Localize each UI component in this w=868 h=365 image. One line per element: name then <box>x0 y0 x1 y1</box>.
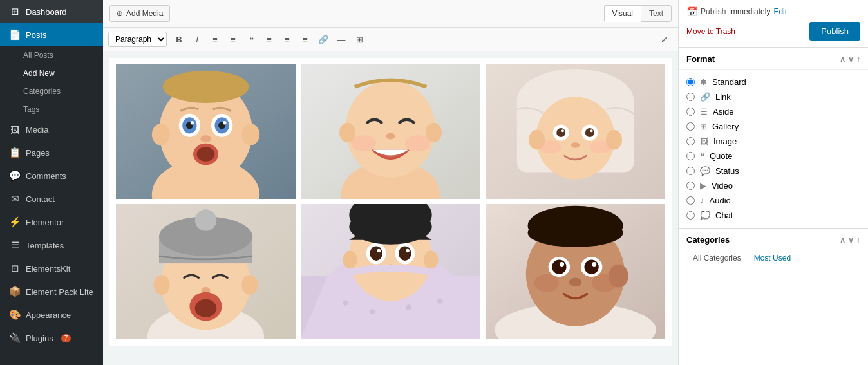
sidebar-item-dashboard[interactable]: ⊞ Dashboard <box>0 0 103 23</box>
publish-edit-link[interactable]: Edit <box>773 7 787 16</box>
svg-point-34 <box>585 128 594 137</box>
format-option-audio[interactable]: ♪ Audio <box>686 193 860 208</box>
svg-point-66 <box>406 249 410 253</box>
format-option-status[interactable]: 💬 Status <box>686 164 860 178</box>
format-radio-aside[interactable] <box>686 108 695 116</box>
format-radio-standard[interactable] <box>686 78 695 86</box>
format-radio-audio[interactable] <box>686 196 695 205</box>
categories-header: Categories ∧ ∨ ↑ <box>679 228 868 250</box>
most-used-tab[interactable]: Most Used <box>748 250 797 268</box>
contact-icon: ✉ <box>9 193 21 205</box>
svg-point-15 <box>197 147 215 161</box>
arrow-up-icon: ↑ <box>856 55 860 64</box>
svg-point-44 <box>241 275 258 295</box>
fullscreen-button[interactable]: ⤢ <box>656 31 673 48</box>
blockquote-button[interactable]: ❝ <box>243 31 259 48</box>
format-collapse-arrows[interactable]: ∧ ∨ ↑ <box>840 55 860 64</box>
calendar-icon: 📅 <box>686 6 697 17</box>
cat-chevron-down-icon: ∨ <box>848 236 854 245</box>
paragraph-select[interactable]: Paragraph <box>108 32 167 47</box>
svg-point-4 <box>241 124 259 145</box>
unordered-list-button[interactable]: ≡ <box>207 31 223 48</box>
move-to-trash-link[interactable]: Move to Trash <box>686 27 735 36</box>
italic-button[interactable]: I <box>189 31 205 48</box>
format-radio-link[interactable] <box>686 93 695 101</box>
editor-content-area[interactable] <box>103 51 678 365</box>
svg-point-59 <box>343 251 357 269</box>
format-radio-status[interactable] <box>686 167 695 175</box>
svg-point-79 <box>592 262 596 267</box>
chat-format-icon: 💭 <box>700 211 710 220</box>
chevron-down-icon: ∨ <box>848 55 854 64</box>
svg-point-11 <box>191 121 194 125</box>
format-option-chat[interactable]: 💭 Chat <box>686 208 860 223</box>
svg-point-51 <box>195 299 216 317</box>
sidebar-item-templates[interactable]: ☰ Templates <box>0 234 103 257</box>
sidebar-subitem-tags[interactable]: Tags <box>0 100 103 118</box>
baby-image-1 <box>116 64 296 199</box>
ordered-list-button[interactable]: ≡ <box>225 31 241 48</box>
align-left-button[interactable]: ≡ <box>261 31 278 48</box>
photo-cell-4 <box>116 204 296 339</box>
format-radio-chat[interactable] <box>686 211 695 220</box>
format-radio-image[interactable] <box>686 137 695 145</box>
sidebar-item-media[interactable]: 🖼 Media <box>0 118 103 141</box>
categories-collapse-arrows[interactable]: ∧ ∨ ↑ <box>840 236 860 245</box>
align-center-button[interactable]: ≡ <box>279 31 296 48</box>
horizontal-rule-button[interactable]: — <box>333 31 350 48</box>
format-radio-gallery[interactable] <box>686 122 695 131</box>
sidebar-subitem-add-new[interactable]: Add New <box>0 64 103 82</box>
text-tab[interactable]: Text <box>641 5 672 22</box>
format-radio-video[interactable] <box>686 182 695 190</box>
cat-chevron-up-icon: ∧ <box>840 236 845 245</box>
format-option-standard[interactable]: ✱ Standard <box>686 75 860 89</box>
format-option-quote[interactable]: ❝ Quote <box>686 149 860 164</box>
sidebar-subitem-categories[interactable]: Categories <box>0 82 103 100</box>
format-option-video[interactable]: ▶ Video <box>686 178 860 193</box>
sidebar-item-pages[interactable]: 📋 Pages <box>0 141 103 164</box>
format-option-image[interactable]: 🖼 Image <box>686 134 860 149</box>
publish-immediately-text: immediately <box>729 7 770 16</box>
baby-image-4 <box>116 204 296 339</box>
svg-point-23 <box>351 135 376 151</box>
format-option-aside[interactable]: ☰ Aside <box>686 104 860 119</box>
sidebar-item-appearance[interactable]: 🎨 Appearance <box>0 303 103 326</box>
publish-button[interactable]: Publish <box>809 22 860 41</box>
svg-point-36 <box>590 129 593 132</box>
align-right-button[interactable]: ≡ <box>297 31 314 48</box>
format-radio-quote[interactable] <box>686 152 695 160</box>
sidebar-item-comments[interactable]: 💬 Comments <box>0 164 103 187</box>
svg-point-57 <box>437 299 442 304</box>
svg-point-16 <box>163 71 249 103</box>
sidebar-item-plugins[interactable]: 🔌 Plugins 7 <box>0 326 103 350</box>
svg-point-80 <box>569 278 582 287</box>
format-option-link[interactable]: 🔗 Link <box>686 89 860 104</box>
sidebar-item-elementpack[interactable]: 📦 Element Pack Lite <box>0 280 103 303</box>
svg-point-65 <box>377 249 381 253</box>
bold-button[interactable]: B <box>171 31 187 48</box>
sidebar-subitem-all-posts[interactable]: All Posts <box>0 46 103 64</box>
table-button[interactable]: ⊞ <box>351 31 368 48</box>
main-content: ⊕ Add Media Visual Text Paragraph B I ≡ … <box>103 0 678 365</box>
format-option-gallery[interactable]: ⊞ Gallery <box>686 119 860 134</box>
svg-point-78 <box>560 262 564 267</box>
publish-actions: Move to Trash Publish <box>686 22 860 41</box>
editor-top-toolbar: ⊕ Add Media Visual Text <box>103 0 678 28</box>
link-button[interactable]: 🔗 <box>315 31 332 48</box>
sidebar-item-elementor[interactable]: ⚡ Elementor <box>0 211 103 234</box>
baby-image-3 <box>486 64 665 199</box>
visual-tab[interactable]: Visual <box>604 5 641 22</box>
sidebar-item-elementskit[interactable]: ⊡ ElementsKit <box>0 257 103 280</box>
photo-cell-6 <box>486 204 665 339</box>
sidebar-item-posts[interactable]: 📄 Posts <box>0 23 103 46</box>
photo-cell-1 <box>116 64 296 199</box>
svg-point-33 <box>556 128 565 137</box>
pages-icon: 📋 <box>9 147 21 158</box>
all-categories-tab[interactable]: All Categories <box>686 250 748 268</box>
add-media-button[interactable]: ⊕ Add Media <box>109 5 170 22</box>
templates-icon: ☰ <box>9 239 21 251</box>
svg-point-48 <box>195 210 216 231</box>
sidebar-item-contact[interactable]: ✉ Contact <box>0 187 103 211</box>
video-format-icon: ▶ <box>700 181 706 191</box>
svg-point-55 <box>370 309 375 314</box>
